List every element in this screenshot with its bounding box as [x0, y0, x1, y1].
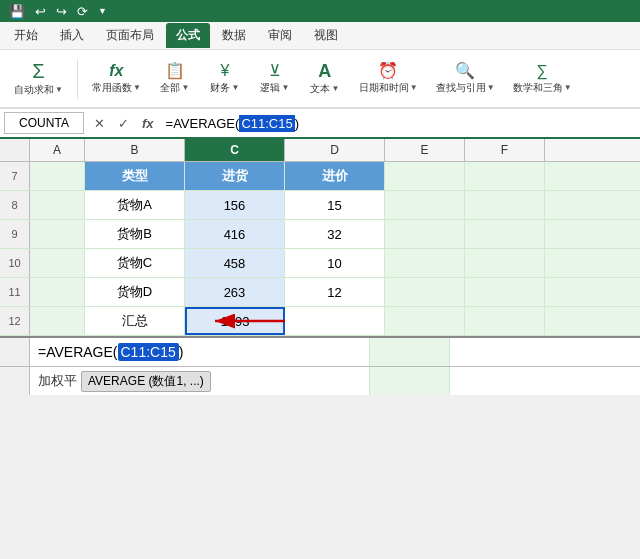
- cell-e10[interactable]: [385, 249, 465, 277]
- ribbon-toolbar: Σ 自动求和 ▼ fx 常用函数 ▼ 📋 全部 ▼ ¥ 财务 ▼: [0, 50, 640, 108]
- logic-func-dropdown-icon[interactable]: ▼: [281, 83, 289, 92]
- col-header-c[interactable]: C: [185, 139, 285, 161]
- row-num-8: 8: [0, 191, 30, 219]
- formula-text-after: ): [295, 116, 299, 131]
- cell-e-tooltip[interactable]: [370, 367, 450, 395]
- cell-a11[interactable]: [30, 278, 85, 306]
- tab-data[interactable]: 数据: [212, 23, 256, 48]
- row-num-11: 11: [0, 278, 30, 306]
- lookup-func-dropdown-icon[interactable]: ▼: [487, 83, 495, 92]
- cell-d12[interactable]: [285, 307, 385, 335]
- cell-d7[interactable]: 进价: [285, 162, 385, 190]
- common-func-label: 常用函数: [92, 81, 132, 95]
- cell-f12[interactable]: [465, 307, 545, 335]
- common-func-dropdown-icon[interactable]: ▼: [133, 83, 141, 92]
- cell-c8[interactable]: 156: [185, 191, 285, 219]
- tab-review[interactable]: 审阅: [258, 23, 302, 48]
- cell-e-formula[interactable]: [370, 338, 450, 366]
- formula-bar: ✕ ✓ fx =AVERAGE(C11:C15): [0, 109, 640, 139]
- col-header-f[interactable]: F: [465, 139, 545, 161]
- cell-e7[interactable]: [385, 162, 465, 190]
- lookup-func-icon: 🔍: [455, 63, 475, 79]
- tab-start[interactable]: 开始: [4, 23, 48, 48]
- col-header-d[interactable]: D: [285, 139, 385, 161]
- cell-f11[interactable]: [465, 278, 545, 306]
- cell-c10[interactable]: 458: [185, 249, 285, 277]
- confirm-formula-icon[interactable]: ✓: [112, 112, 134, 134]
- qat-redo-icon[interactable]: ↪: [53, 3, 70, 20]
- ribbon: 开始 插入 页面布局 公式 数据 审阅 视图 Σ 自动求和 ▼ fx 常用函数 …: [0, 22, 640, 109]
- cell-b10[interactable]: 货物C: [85, 249, 185, 277]
- col-header-b[interactable]: B: [85, 139, 185, 161]
- all-func-dropdown-icon[interactable]: ▼: [181, 83, 189, 92]
- tab-insert[interactable]: 插入: [50, 23, 94, 48]
- cell-f7[interactable]: [465, 162, 545, 190]
- cell-e9[interactable]: [385, 220, 465, 248]
- table-row: 8 货物A 156 15: [0, 191, 640, 220]
- qat-undo-icon[interactable]: ↩: [32, 3, 49, 20]
- cell-f9[interactable]: [465, 220, 545, 248]
- common-func-icon: fx: [109, 63, 123, 79]
- cell-d10[interactable]: 10: [285, 249, 385, 277]
- col-header-e[interactable]: E: [385, 139, 465, 161]
- qat-save-icon[interactable]: 💾: [6, 3, 28, 20]
- cell-b7[interactable]: 类型: [85, 162, 185, 190]
- finance-func-button[interactable]: ¥ 财务 ▼: [203, 61, 247, 97]
- math-func-dropdown-icon[interactable]: ▼: [564, 83, 572, 92]
- logic-func-icon: ⊻: [269, 63, 281, 79]
- cell-b12[interactable]: 汇总: [85, 307, 185, 335]
- divider-1: [77, 59, 78, 99]
- cell-f10[interactable]: [465, 249, 545, 277]
- lookup-func-button[interactable]: 🔍 查找与引用 ▼: [430, 61, 501, 97]
- formula-display-text-before: =AVERAGE(: [38, 344, 118, 360]
- qat-dropdown-icon[interactable]: ▼: [95, 5, 110, 17]
- common-func-button[interactable]: fx 常用函数 ▼: [86, 61, 147, 97]
- autosum-dropdown-icon[interactable]: ▼: [55, 85, 63, 94]
- col-header-a[interactable]: A: [30, 139, 85, 161]
- autosum-button[interactable]: Σ 自动求和 ▼: [8, 59, 69, 99]
- cell-d11[interactable]: 12: [285, 278, 385, 306]
- tab-formula[interactable]: 公式: [166, 23, 210, 48]
- text-func-dropdown-icon[interactable]: ▼: [331, 84, 339, 93]
- cell-d9[interactable]: 32: [285, 220, 385, 248]
- cell-d8[interactable]: 15: [285, 191, 385, 219]
- all-func-icon: 📋: [165, 63, 185, 79]
- tab-pagelayout[interactable]: 页面布局: [96, 23, 164, 48]
- datetime-func-dropdown-icon[interactable]: ▼: [410, 83, 418, 92]
- logic-func-button[interactable]: ⊻ 逻辑 ▼: [253, 61, 297, 97]
- cancel-formula-icon[interactable]: ✕: [88, 112, 110, 134]
- text-func-button[interactable]: A 文本 ▼: [303, 60, 347, 98]
- formula-display-text-after: ): [179, 344, 184, 360]
- cell-a9[interactable]: [30, 220, 85, 248]
- quick-access-toolbar: 💾 ↩ ↪ ⟳ ▼: [0, 0, 640, 22]
- qat-repeat-icon[interactable]: ⟳: [74, 3, 91, 20]
- formula-text-highlight: C11:C15: [239, 115, 294, 132]
- datetime-func-icon: ⏰: [378, 63, 398, 79]
- tab-view[interactable]: 视图: [304, 23, 348, 48]
- cell-e11[interactable]: [385, 278, 465, 306]
- cell-c9[interactable]: 416: [185, 220, 285, 248]
- table-row: 10 货物C 458 10: [0, 249, 640, 278]
- row-num-10: 10: [0, 249, 30, 277]
- cell-e12[interactable]: [385, 307, 465, 335]
- finance-func-dropdown-icon[interactable]: ▼: [231, 83, 239, 92]
- cell-b11[interactable]: 货物D: [85, 278, 185, 306]
- cell-c12[interactable]: 1293: [185, 307, 285, 335]
- math-func-button[interactable]: ∑ 数学和三角 ▼: [507, 61, 578, 97]
- cell-c7[interactable]: 进货: [185, 162, 285, 190]
- name-box[interactable]: [4, 112, 84, 134]
- cell-a10[interactable]: [30, 249, 85, 277]
- cell-e8[interactable]: [385, 191, 465, 219]
- datetime-func-button[interactable]: ⏰ 日期和时间 ▼: [353, 61, 424, 97]
- formula-content[interactable]: =AVERAGE(C11:C15): [162, 112, 636, 134]
- cell-b9[interactable]: 货物B: [85, 220, 185, 248]
- cell-b8[interactable]: 货物A: [85, 191, 185, 219]
- formula-display-cell[interactable]: =AVERAGE( C11:C15 ): [30, 338, 370, 366]
- cell-c11[interactable]: 263: [185, 278, 285, 306]
- math-func-icon: ∑: [536, 63, 547, 79]
- cell-f8[interactable]: [465, 191, 545, 219]
- cell-a8[interactable]: [30, 191, 85, 219]
- all-func-button[interactable]: 📋 全部 ▼: [153, 61, 197, 97]
- cell-a7[interactable]: [30, 162, 85, 190]
- cell-a12[interactable]: [30, 307, 85, 335]
